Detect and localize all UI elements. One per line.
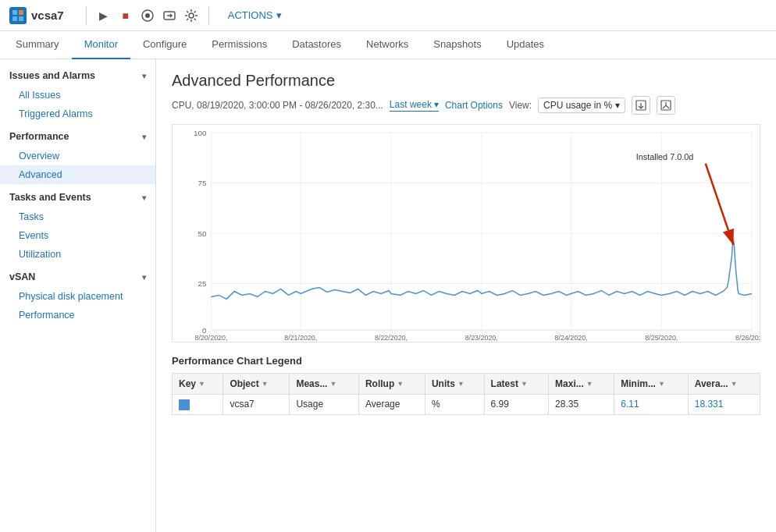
- chevron-down-icon3: ▾: [142, 193, 146, 202]
- key-cell: [173, 395, 223, 415]
- svg-text:8/21/2020,: 8/21/2020,: [284, 334, 317, 342]
- object-cell: vcsa7: [223, 395, 290, 415]
- col-latest[interactable]: Latest▼: [484, 374, 548, 395]
- col-measurement[interactable]: Meas...▼: [290, 374, 359, 395]
- svg-text:8/20/2020,: 8/20/2020,: [194, 334, 227, 342]
- sidebar-item-triggered-alarms[interactable]: Triggered Alarms: [0, 105, 155, 123]
- sidebar: Issues and Alarms ▾ All Issues Triggered…: [0, 59, 156, 532]
- performance-chart: 100 75 50 25 0 8/20/2020, 12:00:00 AM: [173, 125, 760, 342]
- legend-table: Key▼ Object▼ Meas...▼ Rollup▼ Units▼: [172, 373, 760, 415]
- svg-text:100: 100: [194, 129, 207, 137]
- sort-icon7: ▼: [586, 380, 593, 388]
- sidebar-header-vsan[interactable]: vSAN ▾: [0, 267, 155, 287]
- content-area: Advanced Performance CPU, 08/19/2020, 3:…: [156, 59, 776, 532]
- col-maximum[interactable]: Maxi...▼: [549, 374, 614, 395]
- svg-text:75: 75: [198, 179, 207, 187]
- top-divider2: [208, 6, 209, 25]
- svg-text:25: 25: [198, 279, 207, 288]
- chevron-down-icon4: ▾: [142, 273, 146, 282]
- sidebar-header-issues[interactable]: Issues and Alarms ▾: [0, 66, 155, 86]
- average-cell[interactable]: 18.331: [688, 395, 760, 415]
- view-label: View:: [509, 100, 532, 111]
- chevron-down-icon: ▾: [142, 72, 146, 80]
- svg-text:Installed 7.0.0d: Installed 7.0.0d: [636, 152, 694, 161]
- actions-chevron-icon: ▾: [276, 9, 282, 21]
- chart-options-link[interactable]: Chart Options: [445, 100, 503, 111]
- col-units[interactable]: Units▼: [425, 374, 484, 395]
- table-row: vcsa7 Usage Average % 6.99 28.35 6.11 18…: [173, 395, 760, 415]
- main-layout: Issues and Alarms ▾ All Issues Triggered…: [0, 59, 776, 532]
- sidebar-item-tasks[interactable]: Tasks: [0, 207, 155, 226]
- sort-icon9: ▼: [731, 380, 738, 388]
- sidebar-item-overview[interactable]: Overview: [0, 147, 155, 165]
- app-name: vcsa7: [31, 9, 64, 22]
- sidebar-section-tasks: Tasks and Events ▾ Tasks Events Utilizat…: [0, 187, 155, 264]
- sidebar-section-issues: Issues and Alarms ▾ All Issues Triggered…: [0, 66, 155, 123]
- measurement-cell: Usage: [290, 395, 359, 415]
- units-cell: %: [425, 395, 484, 415]
- sort-icon8: ▼: [658, 380, 665, 388]
- chart-range-text: CPU, 08/19/2020, 3:00:00 PM - 08/26/2020…: [172, 100, 383, 111]
- maximum-cell: 28.35: [549, 395, 614, 415]
- svg-rect-1: [19, 10, 23, 15]
- view-select-dropdown[interactable]: CPU usage in % ▾: [538, 98, 625, 113]
- col-average[interactable]: Avera...▼: [688, 374, 760, 395]
- nav-tabs: Summary Monitor Configure Permissions Da…: [0, 31, 776, 59]
- sidebar-header-tasks[interactable]: Tasks and Events ▾: [0, 187, 155, 207]
- chart-container: 100 75 50 25 0 8/20/2020, 12:00:00 AM: [172, 124, 760, 342]
- sort-icon5: ▼: [457, 380, 465, 388]
- sort-icon6: ▼: [521, 380, 528, 388]
- sidebar-item-advanced[interactable]: Advanced: [0, 165, 155, 184]
- tab-updates[interactable]: Updates: [494, 31, 557, 59]
- svg-text:8/23/2020,: 8/23/2020,: [465, 334, 498, 342]
- time-period-dropdown[interactable]: Last week ▾: [390, 99, 439, 112]
- tab-permissions[interactable]: Permissions: [199, 31, 279, 59]
- sidebar-header-performance[interactable]: Performance ▾: [0, 126, 155, 147]
- svg-rect-3: [19, 16, 23, 21]
- minimum-cell[interactable]: 6.11: [614, 395, 688, 415]
- latest-cell: 6.99: [484, 395, 548, 415]
- col-rollup[interactable]: Rollup▼: [358, 374, 425, 395]
- series-color-box: [179, 399, 190, 410]
- svg-text:8/26/2020,: 8/26/2020,: [735, 334, 760, 342]
- migrate-icon[interactable]: [162, 8, 177, 23]
- sort-icon2: ▼: [262, 380, 269, 388]
- sort-icon4: ▼: [397, 380, 404, 388]
- tab-snapshots[interactable]: Snapshots: [421, 31, 493, 59]
- top-divider: [86, 6, 87, 25]
- svg-text:8/24/2020,: 8/24/2020,: [555, 334, 588, 342]
- svg-text:8/22/2020,: 8/22/2020,: [375, 334, 408, 342]
- sidebar-item-physical-disk[interactable]: Physical disk placement: [0, 287, 155, 306]
- svg-rect-2: [12, 16, 17, 21]
- snapshot-icon[interactable]: [140, 8, 155, 23]
- export-chart-button[interactable]: [632, 96, 650, 115]
- sidebar-item-all-issues[interactable]: All Issues: [0, 86, 155, 105]
- settings-icon[interactable]: [183, 8, 199, 23]
- chart-controls: CPU, 08/19/2020, 3:00:00 PM - 08/26/2020…: [172, 96, 760, 115]
- svg-point-5: [145, 13, 150, 18]
- tab-datastores[interactable]: Datastores: [279, 31, 354, 59]
- svg-text:50: 50: [198, 229, 207, 238]
- tab-monitor[interactable]: Monitor: [72, 31, 130, 59]
- col-key[interactable]: Key▼: [173, 374, 223, 395]
- stop-icon[interactable]: ■: [118, 8, 133, 23]
- col-minimum[interactable]: Minim...▼: [614, 374, 688, 395]
- sidebar-item-vsan-performance[interactable]: Performance: [0, 306, 155, 325]
- tab-configure[interactable]: Configure: [130, 31, 199, 59]
- col-object[interactable]: Object▼: [223, 374, 290, 395]
- sort-icon: ▼: [198, 380, 205, 388]
- actions-button[interactable]: ACTIONS ▾: [228, 9, 282, 21]
- rollup-cell: Average: [358, 395, 425, 415]
- tab-networks[interactable]: Networks: [354, 31, 421, 59]
- play-icon[interactable]: ▶: [96, 8, 112, 23]
- sidebar-item-utilization[interactable]: Utilization: [0, 245, 155, 264]
- page-title: Advanced Performance: [172, 72, 760, 90]
- sidebar-item-events[interactable]: Events: [0, 226, 155, 245]
- dropdown-chevron-icon: ▾: [434, 99, 439, 110]
- app-logo: vcsa7: [9, 7, 64, 24]
- svg-rect-0: [12, 10, 17, 15]
- tab-summary[interactable]: Summary: [3, 31, 72, 59]
- sidebar-section-performance: Performance ▾ Overview Advanced: [0, 126, 155, 184]
- legend-title: Performance Chart Legend: [172, 355, 760, 367]
- save-chart-button[interactable]: [657, 96, 675, 115]
